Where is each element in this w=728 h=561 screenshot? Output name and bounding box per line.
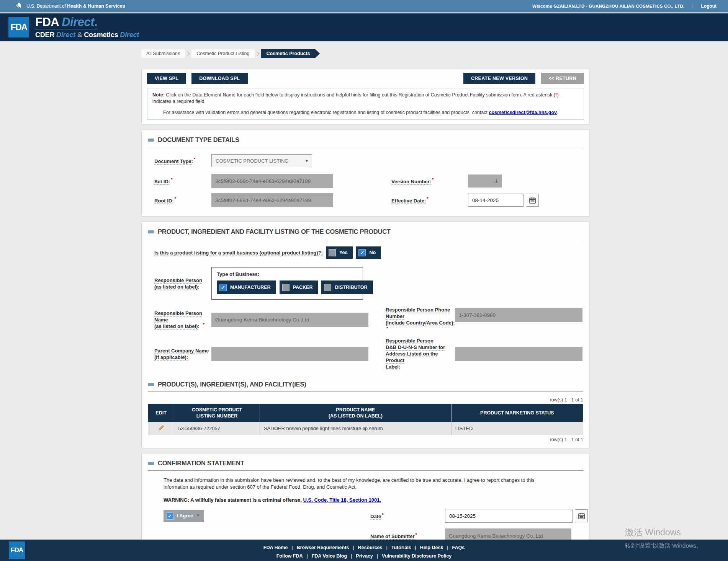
duns-number-field <box>455 347 582 361</box>
footer-link-privacy[interactable]: Privacy <box>356 553 373 559</box>
effective-date-input[interactable]: 08-14-2025 <box>468 194 524 207</box>
collapse-section-icon[interactable] <box>148 462 154 465</box>
responsible-person-phone-field: 1-307-381-8980 <box>455 308 582 322</box>
responsible-person-phone-label[interactable]: Responsible Person Phone Number (Include… <box>386 307 455 326</box>
page-footer: FDA FDA Home|Browser Requirements|Resour… <box>0 540 728 561</box>
section-title: CONFIRMATION STATEMENT <box>158 460 244 467</box>
type-of-business-box: Type of Business: ✓ MANUFACTURER PACKER … <box>211 267 363 300</box>
section-title: PRODUCT, INGREDIENT AND FACILITY LISTING… <box>158 228 391 235</box>
return-button[interactable]: << RETURN <box>541 73 584 84</box>
edit-row-button[interactable] <box>148 422 174 435</box>
chevron-down-icon: ▾ <box>306 158 308 163</box>
footer-links-row1: FDA Home|Browser Requirements|Resources|… <box>0 543 728 552</box>
edit-pencil-icon <box>158 424 165 431</box>
name-of-submitter-label[interactable]: Name of Submitter <box>370 533 415 540</box>
set-id-field: 3c5f9f02-666c-74e4-e063-6294a90a7189 <box>211 174 333 188</box>
checkbox-checked-icon: ✓ <box>358 249 366 256</box>
breadcrumb-cosmetic-products-active[interactable]: Cosmetic Products <box>261 49 320 58</box>
version-number-label[interactable]: Version Number: <box>391 178 431 185</box>
dept-text: U.S. Department of Health & Human Servic… <box>26 3 125 9</box>
small-business-label[interactable]: Is this a product listing for a small bu… <box>154 250 323 256</box>
parent-company-name-label[interactable]: Parent Company Name (if applicable): <box>154 347 209 360</box>
i-agree-checkbox[interactable]: ✓ I Agree* <box>164 510 204 522</box>
footer-link-faqs[interactable]: FAQs <box>452 545 465 550</box>
product-ingredient-facility-section: PRODUCT, INGREDIENT AND FACILITY LISTING… <box>141 222 590 448</box>
packer-checkbox[interactable]: PACKER <box>280 280 318 294</box>
fda-footer-logo: FDA <box>9 541 25 559</box>
responsible-person-name-field: Guangdong Kema Biotechnology Co.,Ltd <box>211 313 368 327</box>
root-id-label[interactable]: Root ID: <box>154 197 174 204</box>
document-type-label[interactable]: Document Type: <box>154 158 193 165</box>
small-business-yes-checkbox[interactable]: Yes <box>326 246 353 259</box>
products-table: EDIT COSMETIC PRODUCT LISTING NUMBER PRO… <box>148 404 583 435</box>
root-id-field: 3c5f9f02-666d-74e4-e063-6294a90a7189 <box>211 193 333 207</box>
responsible-person-label[interactable]: Responsible Person (as listed on label): <box>154 277 202 290</box>
brand-subtitle: CDER Direct & Cosmetics Direct <box>35 31 139 38</box>
column-header-marketing-status: PRODUCT MARKETING STATUS <box>451 404 583 422</box>
chevron-right-icon <box>185 51 190 56</box>
footer-link-vulnerability-disclosure[interactable]: Vulnerability Disclosure Policy <box>382 553 452 559</box>
breadcrumb-all-submissions[interactable]: All Submissions <box>141 49 185 58</box>
checkbox-checked-icon: ✓ <box>166 512 173 520</box>
table-row: 53-550836-722057 SADOER bosein peptide l… <box>148 422 583 435</box>
checkbox-unchecked-icon <box>324 284 331 291</box>
footer-link-fda-home[interactable]: FDA Home <box>263 545 288 550</box>
footer-link-resources[interactable]: Resources <box>358 545 383 550</box>
assistance-line: For assistance with validation errors an… <box>152 109 579 116</box>
collapse-section-icon[interactable] <box>148 230 154 233</box>
footer-link-fda-voice-blog[interactable]: FDA Voice Blog <box>312 553 347 559</box>
chevron-right-icon <box>255 51 260 56</box>
hhs-eagle-icon <box>14 2 23 11</box>
parent-company-name-field <box>211 347 368 361</box>
view-spl-button[interactable]: VIEW SPL <box>147 73 186 84</box>
date-calendar-button[interactable] <box>575 509 588 522</box>
collapse-section-icon[interactable] <box>148 383 154 386</box>
column-header-listing-number: COSMETIC PRODUCT LISTING NUMBER <box>174 404 260 422</box>
confirmation-statement-text: The data and information in this submiss… <box>164 477 560 491</box>
type-of-business-label: Type of Business: <box>217 271 358 277</box>
effective-date-label[interactable]: Effective Date: <box>391 197 426 204</box>
cell-product-name: SADOER bosein peptide light lines moistu… <box>260 422 451 435</box>
effective-date-calendar-button[interactable] <box>526 194 539 207</box>
cosmeticsdirect-email-link[interactable]: cosmeticsdirect@fda.hhs.gov <box>489 110 557 115</box>
download-spl-button[interactable]: DOWNLOAD SPL <box>191 73 247 84</box>
small-business-no-checkbox[interactable]: ✓ No <box>356 246 381 259</box>
fda-direct-header: FDA FDA Direct. CDER Direct & Cosmetics … <box>0 13 728 42</box>
row-count-top: row(s) 1 - 1 of 1 <box>148 397 583 403</box>
footer-link-help-desk[interactable]: Help Desk <box>420 545 443 550</box>
breadcrumb: All Submissions Cosmetic Product Listing… <box>141 49 590 58</box>
duns-number-label[interactable]: Responsible Person D&B D-U-N-S Number fo… <box>386 338 455 370</box>
footer-link-browser-requirements[interactable]: Browser Requirements <box>296 545 349 550</box>
document-type-select[interactable]: COSMETIC PRODUCT LISTING ▾ <box>211 154 312 167</box>
subsection-title: PRODUCT(S), INGREDIENT(S), AND FACILITY(… <box>158 381 306 388</box>
footer-links-row2: Follow FDA|FDA Voice Blog|Privacy|Vulner… <box>0 552 728 560</box>
manufacturer-checkbox[interactable]: ✓ MANUFACTURER <box>217 280 276 294</box>
logout-button[interactable]: Logout <box>692 3 717 9</box>
responsible-person-name-label[interactable]: Responsible Person Name (as listed on la… <box>154 310 202 329</box>
section-title: DOCUMENT TYPE DETAILS <box>158 136 239 144</box>
breadcrumb-cosmetic-product-listing[interactable]: Cosmetic Product Listing <box>191 49 254 58</box>
date-label[interactable]: Date <box>370 513 381 520</box>
footer-link-tutorials[interactable]: Tutorials <box>391 545 411 550</box>
column-header-edit: EDIT <box>148 404 174 422</box>
checkbox-unchecked-icon <box>329 249 336 256</box>
create-new-version-button[interactable]: CREATE NEW VERSION <box>463 73 535 84</box>
checkbox-unchecked-icon <box>282 284 290 291</box>
document-type-details-section: DOCUMENT TYPE DETAILS Document Type:* CO… <box>141 130 590 217</box>
calendar-icon <box>578 513 585 519</box>
welcome-text: Welcome GZAILIAN.LTD - GUANGZHOU AILIAN … <box>532 4 684 8</box>
note-line: Note: Click on the Data Element Name for… <box>152 92 579 105</box>
brand-title: FDA Direct. <box>35 16 97 30</box>
cell-marketing-status: LISTED <box>451 422 583 435</box>
warning-text: WARNING: A willfully false statement is … <box>164 497 560 503</box>
distributor-checkbox[interactable]: DISTRIBUTOR <box>321 280 373 294</box>
date-input[interactable]: 08-15-2025 <box>445 509 573 523</box>
set-id-label[interactable]: Set ID: <box>154 178 170 185</box>
collapse-section-icon[interactable] <box>148 139 154 142</box>
cell-listing-number: 53-550836-722057 <box>174 422 260 435</box>
us-code-link[interactable]: U.S. Code, Title 18, Section 1001. <box>303 497 381 503</box>
row-count-bottom: row(s) 1 - 1 of 1 <box>148 437 583 442</box>
column-header-product-name: PRODUCT NAME (AS LISTED ON LABEL) <box>260 404 451 422</box>
footer-link-follow-fda[interactable]: Follow FDA <box>276 553 303 559</box>
hhs-top-bar: U.S. Department of Health & Human Servic… <box>0 0 728 13</box>
